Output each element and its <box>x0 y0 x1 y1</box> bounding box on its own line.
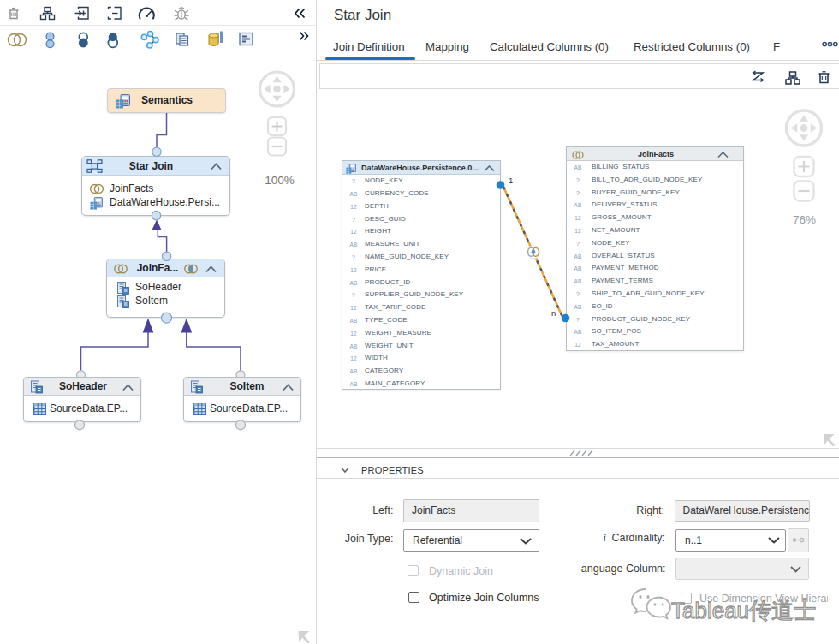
svg-text:n: n <box>551 308 556 318</box>
svg-text:76%: 76% <box>793 213 816 226</box>
svg-text:1: 1 <box>509 176 513 185</box>
